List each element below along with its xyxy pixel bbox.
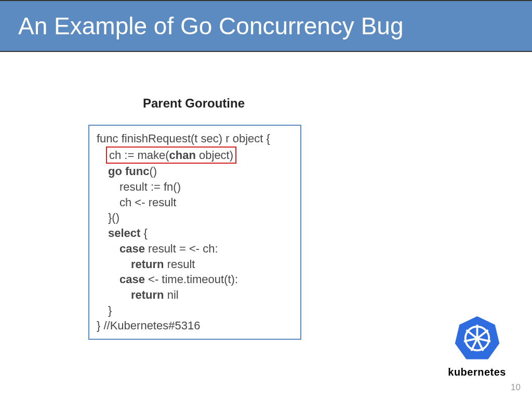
code-block: func finishRequest(t sec) r object { ch …: [88, 125, 301, 340]
code-line-7: select {: [97, 225, 293, 241]
title-bar: An Example of Go Concurrency Bug: [0, 0, 532, 52]
code-line-5: ch <- result: [97, 195, 293, 210]
code-line-13: } //Kubernetes#5316: [97, 318, 293, 334]
kubernetes-logo-area: kubernetes: [448, 314, 506, 378]
code-line-9: return result: [97, 257, 293, 272]
subtitle: Parent Goroutine: [143, 96, 245, 111]
code-line-4: result := fn(): [97, 179, 293, 195]
slide-title: An Example of Go Concurrency Bug: [18, 12, 403, 40]
code-line-1: func finishRequest(t sec) r object {: [97, 131, 293, 147]
code-line-12: }: [97, 303, 293, 318]
code-line-10: case <- time.timeout(t):: [97, 272, 293, 287]
kubernetes-logo-icon: [453, 314, 502, 363]
highlight-box: ch := make(chan object): [106, 147, 236, 164]
kubernetes-logo-text: kubernetes: [448, 366, 506, 378]
code-line-3: go func(): [97, 164, 293, 179]
code-line-6: }(): [97, 210, 293, 225]
code-line-2: ch := make(chan object): [97, 147, 293, 164]
code-line-8: case result = <- ch:: [97, 241, 293, 257]
page-number: 10: [511, 382, 521, 393]
code-line-11: return nil: [97, 287, 293, 303]
